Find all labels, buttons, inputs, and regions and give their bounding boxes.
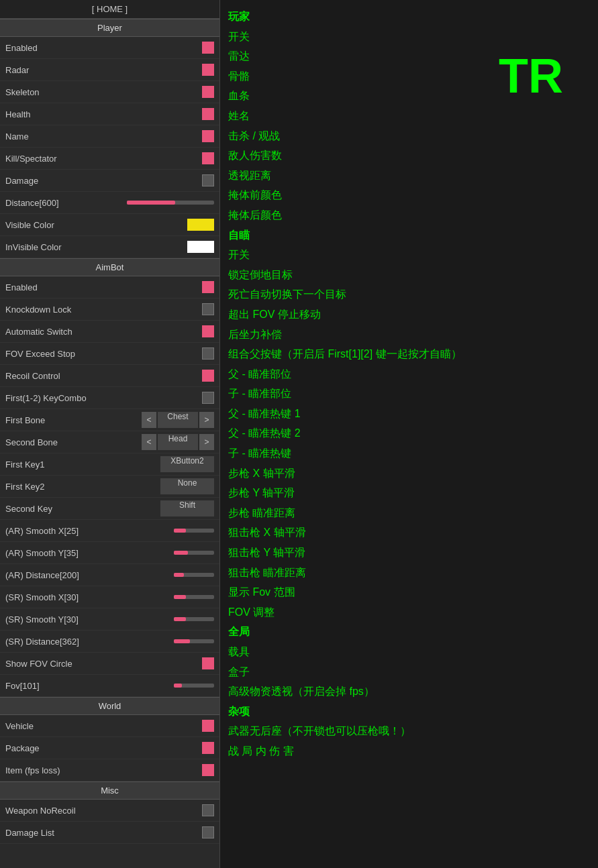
right-item-27: 狙击枪 Y 轴平滑 xyxy=(228,544,590,561)
label-player-name: Name xyxy=(5,131,202,142)
secondbone-next[interactable]: > xyxy=(199,434,214,450)
toggle-world-item[interactable] xyxy=(202,764,214,776)
firstbone-selector[interactable]: < Chest > xyxy=(142,412,214,428)
firstbone-value: Chest xyxy=(158,412,198,428)
toggle-world-package[interactable] xyxy=(202,742,214,754)
firstkey2-value[interactable]: None xyxy=(160,478,214,494)
label-aimbot-knockdownlock: Knockdown Lock xyxy=(5,305,202,315)
label-aimbot-recoil: Recoil Control xyxy=(5,371,202,381)
label-aimbot-showfov: Show FOV Circle xyxy=(5,659,202,669)
toggle-player-enabled[interactable] xyxy=(202,42,214,54)
row-aimbot-secondbone: Second Bone < Head > xyxy=(0,431,219,453)
label-aimbot-fov: Fov[101] xyxy=(5,681,174,691)
row-player-distance: Distance[600] xyxy=(0,192,219,214)
toggle-player-name[interactable] xyxy=(202,130,214,142)
slider-sr-smoothy[interactable] xyxy=(174,617,214,621)
row-misc-norecoil: Weapon NoRecoil xyxy=(0,800,219,822)
right-item-1: 开关 xyxy=(228,28,590,46)
label-aimbot-secondbone: Second Bone xyxy=(5,437,142,447)
toggle-misc-norecoil[interactable] xyxy=(202,804,214,816)
label-misc-damagelist: Damage List xyxy=(5,828,202,838)
toggle-player-radar[interactable] xyxy=(202,64,214,76)
row-misc-damagelist: Damage List xyxy=(0,822,219,844)
label-aimbot-sr-smoothy: (SR) Smooth Y[30] xyxy=(5,614,174,625)
right-item-16: 后坐力补偿 xyxy=(228,326,590,343)
row-player-radar: Radar xyxy=(0,59,219,81)
right-item-28: 狙击枪 瞄准距离 xyxy=(228,564,590,582)
right-item-35: 杂项 xyxy=(228,703,590,720)
slider-ar-smoothx[interactable] xyxy=(174,529,214,533)
row-aimbot-ar-smoothx: (AR) Smooth X[25] xyxy=(0,520,219,542)
row-aimbot-secondkey: Second Key Shift xyxy=(0,498,219,520)
label-player-visiblecolor: Visible Color xyxy=(5,220,187,230)
row-player-visiblecolor: Visible Color xyxy=(0,214,219,236)
right-panel: TR 玩家开关雷达骨骼血条姓名击杀 / 观战敌人伤害数透视距离掩体前颜色掩体后颜… xyxy=(220,0,598,868)
right-item-23: 步枪 X 轴平滑 xyxy=(228,465,590,482)
row-world-item: Item (fps loss) xyxy=(0,759,219,781)
label-aimbot-ar-smoothx: (AR) Smooth X[25] xyxy=(5,526,174,536)
toggle-player-skeleton[interactable] xyxy=(202,86,214,98)
row-player-damage: Damage xyxy=(0,170,219,192)
label-misc-norecoil: Weapon NoRecoil xyxy=(5,806,202,816)
right-item-21: 父 - 瞄准热键 2 xyxy=(228,425,590,442)
right-item-29: 显示 Fov 范围 xyxy=(228,584,590,601)
row-aimbot-fov: Fov[101] xyxy=(0,675,219,697)
slider-ar-distance[interactable] xyxy=(174,573,214,577)
row-aimbot-firstkey1: First Key1 XButton2 xyxy=(0,453,219,476)
slider-aimbot-fov[interactable] xyxy=(174,684,214,688)
right-item-36: 武器无后座（不开锁也可以压枪哦！） xyxy=(228,722,590,740)
row-player-enabled: Enabled xyxy=(0,37,219,59)
right-item-10: 掩体后颜色 xyxy=(228,207,590,224)
slider-sr-smoothx[interactable] xyxy=(174,595,214,599)
label-aimbot-firstbone: First Bone xyxy=(5,415,142,425)
secondbone-prev[interactable]: < xyxy=(142,434,156,450)
label-player-distance: Distance[600] xyxy=(5,198,127,208)
label-player-skeleton: Skeleton xyxy=(5,87,202,97)
label-aimbot-secondkey: Second Key xyxy=(5,504,160,514)
label-player-invisiblecolor: InVisible Color xyxy=(5,242,187,252)
toggle-aimbot-showfov[interactable] xyxy=(202,657,214,669)
row-aimbot-showfov: Show FOV Circle xyxy=(0,653,219,675)
label-aimbot-ar-smoothy: (AR) Smooth Y[35] xyxy=(5,548,174,558)
left-panel: [ HOME ] Player Enabled Radar Skeleton H… xyxy=(0,0,220,868)
right-item-11: 自瞄 xyxy=(228,227,590,244)
right-item-12: 开关 xyxy=(228,246,590,264)
label-aimbot-enabled: Enabled xyxy=(5,282,202,292)
row-player-killspectator: Kill/Spectator xyxy=(0,148,219,170)
title-bar: [ HOME ] xyxy=(0,0,219,19)
right-item-25: 步枪 瞄准距离 xyxy=(228,504,590,522)
right-item-14: 死亡自动切换下一个目标 xyxy=(228,286,590,303)
toggle-player-health[interactable] xyxy=(202,108,214,120)
firstbone-prev[interactable]: < xyxy=(142,412,156,428)
toggle-aimbot-enabled[interactable] xyxy=(202,281,214,293)
secondkey-value[interactable]: Shift xyxy=(160,500,214,517)
secondbone-selector[interactable]: < Head > xyxy=(142,434,214,450)
toggle-player-damage[interactable] xyxy=(202,174,214,186)
toggle-world-vehicle[interactable] xyxy=(202,720,214,732)
color-player-visible[interactable] xyxy=(187,219,214,231)
toggle-aimbot-fovstop[interactable] xyxy=(202,347,214,360)
label-aimbot-ar-distance: (AR) Distance[200] xyxy=(5,570,174,580)
label-aimbot-firstkey2: First Key2 xyxy=(5,482,160,492)
toggle-aimbot-recoil[interactable] xyxy=(202,370,214,382)
label-aimbot-autoswitch: Automatic Switch xyxy=(5,327,202,337)
row-aimbot-sr-distance: (SR) Distance[362] xyxy=(0,631,219,653)
label-player-health: Health xyxy=(5,109,202,119)
toggle-aimbot-autoswitch[interactable] xyxy=(202,325,214,337)
firstbone-next[interactable]: > xyxy=(199,412,214,428)
toggle-aimbot-keycombo[interactable] xyxy=(202,392,214,404)
slider-ar-smoothy[interactable] xyxy=(174,551,214,555)
firstkey1-value[interactable]: XButton2 xyxy=(160,456,214,472)
color-player-invisible[interactable] xyxy=(187,241,214,253)
row-aimbot-recoil: Recoil Control xyxy=(0,365,219,387)
label-player-damage: Damage xyxy=(5,176,202,186)
label-aimbot-firstkey1: First Key1 xyxy=(5,459,160,470)
toggle-player-killspectator[interactable] xyxy=(202,152,214,164)
toggle-misc-damagelist[interactable] xyxy=(202,826,214,838)
label-aimbot-sr-smoothx: (SR) Smooth X[30] xyxy=(5,592,174,602)
label-aimbot-sr-distance: (SR) Distance[362] xyxy=(5,637,174,647)
toggle-aimbot-knockdownlock[interactable] xyxy=(202,303,214,315)
slider-player-distance[interactable] xyxy=(127,201,214,205)
row-player-skeleton: Skeleton xyxy=(0,81,219,103)
slider-sr-distance[interactable] xyxy=(174,639,214,643)
